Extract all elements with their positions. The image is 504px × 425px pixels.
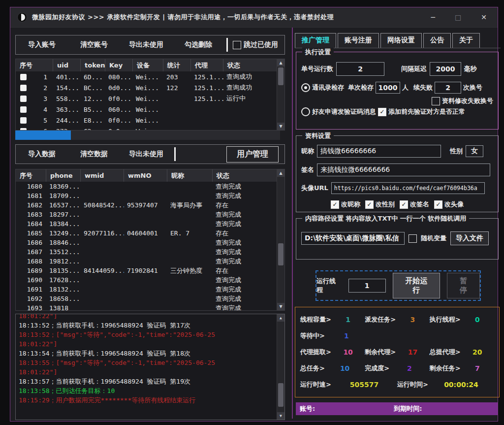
scroll-down-icon[interactable]: ▼: [277, 303, 284, 310]
table-row[interactable]: 168216537...50848542...95397407海事局办事存在: [16, 200, 278, 210]
account-table-scrollbar[interactable]: ▲ ▼: [277, 59, 284, 130]
user-toolbar-button-1[interactable]: 清空数据: [68, 150, 120, 159]
row-number-cell: 3: [16, 95, 53, 102]
account-toolbar-button-0[interactable]: 导入账号: [16, 40, 68, 49]
scroll-down-icon[interactable]: ▼: [277, 123, 284, 130]
profile-fail-checkbox[interactable]: [432, 97, 440, 105]
start-run-button[interactable]: 开始运行: [393, 273, 440, 298]
stat-value: 3: [396, 316, 429, 324]
window-title: 微脉园加好友协议 >>> 承接软件定制开发 | 请勿用于非法用途，一切后果与作者…: [32, 13, 334, 22]
fail-input[interactable]: [435, 82, 461, 94]
scroll-down-icon[interactable]: ▼: [277, 412, 284, 420]
scrollbar-thumb[interactable]: [278, 67, 284, 85]
checkbox-checked-icon[interactable]: ✓: [365, 200, 374, 209]
table-cell: 查询完成: [213, 192, 278, 200]
table-cell: 三分钟热度: [167, 266, 213, 275]
row-checkbox[interactable]: [20, 85, 27, 91]
table-row[interactable]: 3558...12...0f0...Wei...125.1...运行中: [16, 93, 278, 104]
log-scrollbar[interactable]: ▲ ▼: [277, 314, 284, 420]
account-table-body: 1401...6D...080...Wei...203125.1...查询成功2…: [16, 71, 278, 131]
table-row[interactable]: 168918135...84144059...71902841三分钟热度存在: [16, 266, 278, 275]
signature-input[interactable]: [317, 163, 490, 176]
table-row[interactable]: 168118709...查询完成: [16, 191, 278, 200]
group-legend: 内容路径设置 将内容放入TXT中 一行一个 软件随机调用: [302, 214, 469, 223]
table-cell: E8...: [81, 117, 105, 124]
user-toolbar-button-2[interactable]: 导出未使用: [120, 150, 172, 159]
scroll-up-icon[interactable]: ▲: [277, 169, 284, 177]
stat-label: 总提代理>: [430, 348, 461, 357]
scroll-up-icon[interactable]: ▲: [277, 314, 284, 322]
table-row[interactable]: 168318297...查询完成: [16, 210, 278, 219]
interval-input[interactable]: [430, 62, 461, 76]
user-manager-button[interactable]: 用户管理: [226, 146, 279, 163]
contacts-radio[interactable]: [301, 83, 310, 92]
profile-check-0[interactable]: ✓改昵称: [331, 200, 360, 209]
table-row[interactable]: 168819812...查询完成: [16, 257, 278, 266]
profile-check-1[interactable]: ✓改性别: [365, 200, 395, 209]
profile-check-2[interactable]: ✓改签名: [400, 200, 429, 209]
log-line: 18:13:55；["msg":"等待","code":-1,"time":"2…: [19, 358, 275, 367]
table-row[interactable]: 4363...B5...060...Wei...: [16, 104, 278, 115]
tab-4[interactable]: 关于: [452, 33, 480, 48]
nickname-input[interactable]: [317, 145, 441, 158]
table-row[interactable]: 169017628...查询完成: [16, 275, 278, 285]
single-run-input[interactable]: [336, 62, 384, 76]
user-toolbar-button-0[interactable]: 导入数据: [16, 150, 68, 159]
table-row[interactable]: 6273...C3...0a0...Wei...: [16, 126, 278, 131]
row-checkbox[interactable]: [20, 74, 27, 80]
stat-value: 00:00:24: [428, 381, 494, 389]
row-checkbox[interactable]: [20, 117, 27, 124]
account-toolbar-button-3[interactable]: 勾选删除: [172, 40, 224, 49]
account-toolbar-button-2[interactable]: 导出未使用: [120, 40, 172, 49]
scrollbar-thumb[interactable]: [278, 243, 284, 265]
gender-value-box[interactable]: 女: [466, 145, 483, 157]
tab-2[interactable]: 网络设置: [380, 33, 422, 48]
batch-input[interactable]: [376, 82, 400, 94]
table-row[interactable]: 1401...6D...080...Wei...203125.1...查询成功: [16, 71, 278, 82]
avatar-url-input[interactable]: [331, 182, 485, 194]
row-checkbox[interactable]: [20, 96, 27, 102]
thread-count-input[interactable]: [348, 279, 386, 293]
table-row[interactable]: 168713512...查询完成: [16, 247, 278, 257]
table-row[interactable]: 169313818查询完成: [16, 303, 278, 311]
row-number-cell: 2: [16, 84, 53, 92]
content-path-input[interactable]: [301, 232, 405, 245]
row-checkbox[interactable]: [20, 106, 27, 113]
friend-request-radio[interactable]: [301, 107, 310, 116]
scroll-up-icon[interactable]: ▲: [277, 59, 284, 66]
checkbox-checked-icon[interactable]: ✓: [331, 200, 339, 209]
column-header: Key: [105, 59, 133, 71]
profile-check-3[interactable]: ✓改头像: [434, 200, 464, 209]
table-row[interactable]: 169218658...查询完成: [16, 294, 278, 303]
tab-3[interactable]: 公告: [423, 33, 451, 48]
import-file-button[interactable]: 导入文件: [450, 231, 489, 245]
tab-1[interactable]: 账号注册: [338, 33, 379, 48]
user-table-header: 序号phonewmidwmNO昵称状态: [16, 169, 278, 182]
table-cell: 查询完成: [213, 248, 278, 257]
verify-checkbox[interactable]: ✓: [378, 108, 386, 116]
table-row[interactable]: 5244...E8...0f0...Wei...: [16, 115, 278, 126]
table-row[interactable]: 169118132...查询完成: [16, 285, 278, 294]
stat-value: 10: [331, 348, 365, 356]
expire-label: 到期时间:: [394, 404, 422, 413]
table-cell: 18658...: [46, 295, 81, 302]
column-header: 统计: [163, 59, 191, 71]
user-table-scrollbar[interactable]: ▲ ▼: [277, 169, 284, 310]
profile-fail-label: 资料修改失败换号: [442, 97, 493, 105]
account-toolbar-button-1[interactable]: 清空账号: [68, 40, 120, 49]
table-row[interactable]: 168618846...查询完成: [16, 238, 278, 247]
tab-0[interactable]: 推广管理: [295, 33, 336, 48]
table-row[interactable]: 168018369...查询完成: [16, 182, 278, 191]
table-row[interactable]: 168418384...查询完成: [16, 219, 278, 229]
row-index: 1689: [16, 267, 46, 274]
random-var-checkbox[interactable]: [409, 234, 417, 243]
pause-button[interactable]: 暂停: [447, 273, 480, 298]
log-lines: 18:01:22"]18:13:52；当前获取手机：19965488924 验证…: [19, 314, 275, 405]
table-row[interactable]: 168513249...92077116...04604001ER. 7存在: [16, 229, 278, 238]
scrollbar-thumb[interactable]: [278, 383, 284, 407]
checkbox-checked-icon[interactable]: ✓: [434, 200, 442, 209]
checkbox-icon[interactable]: [233, 41, 241, 49]
table-row[interactable]: 2154...BC...0d0...Wei...122125.1...查询成功: [16, 82, 278, 93]
skip-used-checkbox[interactable]: 跳过已使用: [233, 40, 278, 49]
checkbox-checked-icon[interactable]: ✓: [400, 200, 408, 209]
